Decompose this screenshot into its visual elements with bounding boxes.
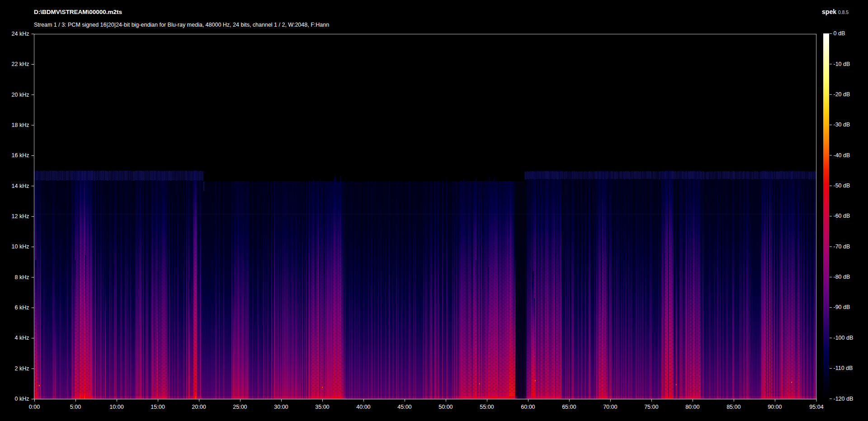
svg-text:65:00: 65:00 xyxy=(562,404,576,410)
svg-text:24 kHz: 24 kHz xyxy=(12,31,29,37)
svg-text:85:00: 85:00 xyxy=(726,404,741,410)
svg-text:20:00: 20:00 xyxy=(192,404,206,410)
svg-text:-110 dB: -110 dB xyxy=(834,365,853,371)
svg-text:16 kHz: 16 kHz xyxy=(12,152,29,159)
svg-text:22 kHz: 22 kHz xyxy=(12,61,29,67)
svg-text:10 kHz: 10 kHz xyxy=(12,243,29,250)
svg-text:75:00: 75:00 xyxy=(644,404,658,410)
svg-text:5:00: 5:00 xyxy=(70,404,81,410)
svg-text:-10 dB: -10 dB xyxy=(834,61,850,67)
svg-text:14 kHz: 14 kHz xyxy=(12,183,29,189)
svg-text:-20 dB: -20 dB xyxy=(834,91,850,98)
svg-text:Stream 1 / 3: PCM signed 16|20: Stream 1 / 3: PCM signed 16|20|24-bit bi… xyxy=(34,22,329,28)
svg-text:50:00: 50:00 xyxy=(439,404,453,410)
svg-text:-70 dB: -70 dB xyxy=(834,243,850,250)
svg-text:40:00: 40:00 xyxy=(356,404,370,410)
svg-text:55:00: 55:00 xyxy=(480,404,494,410)
svg-text:60:00: 60:00 xyxy=(521,404,535,410)
svg-text:12 kHz: 12 kHz xyxy=(12,213,29,220)
svg-text:70:00: 70:00 xyxy=(603,404,617,410)
svg-text:6 kHz: 6 kHz xyxy=(15,304,29,311)
svg-text:25:00: 25:00 xyxy=(233,404,247,410)
svg-text:-90 dB: -90 dB xyxy=(834,304,850,310)
svg-text:0 kHz: 0 kHz xyxy=(15,396,29,402)
svg-text:20 kHz: 20 kHz xyxy=(12,92,29,98)
svg-text:8 kHz: 8 kHz xyxy=(15,274,29,281)
svg-text:45:00: 45:00 xyxy=(397,404,411,410)
svg-text:2 kHz: 2 kHz xyxy=(15,365,29,372)
svg-text:35:00: 35:00 xyxy=(315,404,329,410)
svg-text:-120 dB: -120 dB xyxy=(834,396,854,402)
svg-text:-60 dB: -60 dB xyxy=(834,213,850,219)
svg-text:90:00: 90:00 xyxy=(768,404,782,410)
svg-text:0 dB: 0 dB xyxy=(834,30,845,37)
svg-text:80:00: 80:00 xyxy=(685,404,699,410)
svg-text:10:00: 10:00 xyxy=(109,404,123,410)
svg-text:-80 dB: -80 dB xyxy=(834,274,850,280)
svg-text:-100 dB: -100 dB xyxy=(834,335,854,341)
svg-text:-30 dB: -30 dB xyxy=(834,122,850,128)
svg-text:D:\BDMV\STREAM\00000.m2ts: D:\BDMV\STREAM\00000.m2ts xyxy=(34,9,122,15)
svg-text:-50 dB: -50 dB xyxy=(834,182,850,189)
svg-text:95:04: 95:04 xyxy=(809,404,823,410)
svg-text:18 kHz: 18 kHz xyxy=(12,122,29,128)
svg-text:-40 dB: -40 dB xyxy=(834,152,850,159)
svg-text:0:00: 0:00 xyxy=(29,404,40,410)
svg-text:4 kHz: 4 kHz xyxy=(15,335,29,341)
svg-text:spek: spek xyxy=(822,8,836,15)
svg-text:30:00: 30:00 xyxy=(274,404,288,410)
svg-text:15:00: 15:00 xyxy=(151,404,165,410)
svg-text:0.8.5: 0.8.5 xyxy=(838,9,849,15)
